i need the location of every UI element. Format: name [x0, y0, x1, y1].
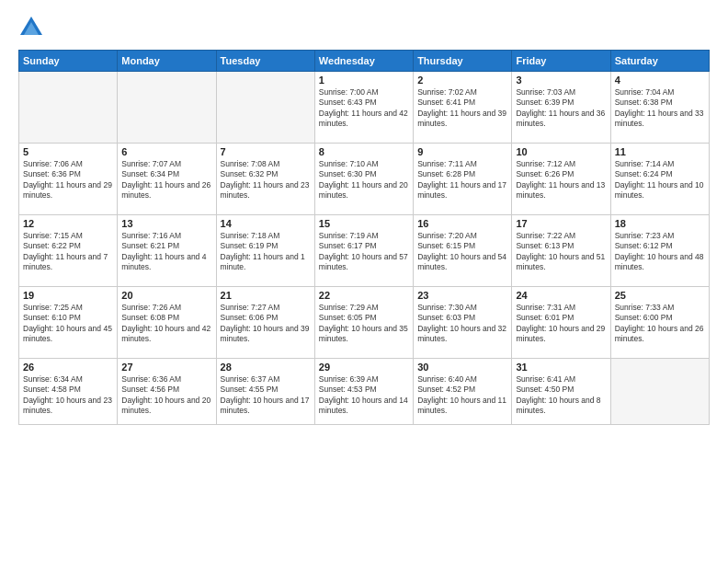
day-number: 31 [516, 362, 606, 373]
day-info: Sunrise: 7:15 AMSunset: 6:22 PMDaylight:… [23, 231, 113, 273]
calendar-header-wednesday: Wednesday [314, 51, 413, 72]
day-info: Sunrise: 6:40 AMSunset: 4:52 PMDaylight:… [417, 374, 507, 417]
day-info: Sunrise: 7:20 AMSunset: 6:15 PMDaylight:… [417, 231, 507, 273]
calendar-week-2: 12Sunrise: 7:15 AMSunset: 6:22 PMDayligh… [19, 215, 710, 287]
calendar-cell-20: 20Sunrise: 7:26 AMSunset: 6:08 PMDayligh… [118, 287, 216, 359]
day-info: Sunrise: 7:16 AMSunset: 6:21 PMDaylight:… [121, 231, 211, 273]
calendar-cell-28: 28Sunrise: 6:37 AMSunset: 4:55 PMDayligh… [216, 359, 314, 425]
calendar-cell-7: 7Sunrise: 7:08 AMSunset: 6:32 PMDaylight… [216, 144, 314, 215]
day-number: 2 [417, 75, 507, 86]
calendar-cell-1: 1Sunrise: 7:00 AMSunset: 6:43 PMDaylight… [314, 72, 413, 144]
day-info: Sunrise: 7:27 AMSunset: 6:06 PMDaylight:… [221, 303, 311, 345]
day-number: 25 [615, 290, 705, 301]
calendar-cell-21: 21Sunrise: 7:27 AMSunset: 6:06 PMDayligh… [216, 287, 314, 359]
day-number: 19 [23, 290, 113, 301]
day-number: 9 [417, 146, 507, 157]
header [18, 15, 710, 40]
calendar-week-4: 26Sunrise: 6:34 AMSunset: 4:58 PMDayligh… [19, 359, 710, 425]
day-number: 15 [319, 218, 409, 229]
calendar-cell-2: 2Sunrise: 7:02 AMSunset: 6:41 PMDaylight… [414, 72, 512, 144]
calendar-cell-29: 29Sunrise: 6:39 AMSunset: 4:53 PMDayligh… [314, 359, 413, 425]
calendar-cell-27: 27Sunrise: 6:36 AMSunset: 4:56 PMDayligh… [118, 359, 216, 425]
day-number: 13 [121, 218, 211, 229]
calendar-cell-17: 17Sunrise: 7:22 AMSunset: 6:13 PMDayligh… [512, 215, 610, 287]
day-number: 29 [319, 362, 409, 373]
calendar-cell-4: 4Sunrise: 7:04 AMSunset: 6:38 PMDaylight… [610, 72, 709, 144]
calendar-header-row: SundayMondayTuesdayWednesdayThursdayFrid… [19, 51, 710, 72]
calendar-cell-14: 14Sunrise: 7:18 AMSunset: 6:19 PMDayligh… [216, 215, 314, 287]
day-number: 1 [319, 75, 409, 86]
calendar-header-sunday: Sunday [19, 51, 118, 72]
day-number: 4 [615, 75, 705, 86]
day-number: 10 [516, 146, 606, 157]
day-info: Sunrise: 7:11 AMSunset: 6:28 PMDaylight:… [417, 159, 507, 201]
calendar-cell-18: 18Sunrise: 7:23 AMSunset: 6:12 PMDayligh… [610, 215, 709, 287]
day-number: 26 [23, 362, 113, 373]
calendar-cell-13: 13Sunrise: 7:16 AMSunset: 6:21 PMDayligh… [118, 215, 216, 287]
day-info: Sunrise: 7:22 AMSunset: 6:13 PMDaylight:… [516, 231, 606, 273]
calendar-header-saturday: Saturday [610, 51, 709, 72]
day-info: Sunrise: 7:07 AMSunset: 6:34 PMDaylight:… [121, 159, 211, 201]
day-number: 30 [417, 362, 507, 373]
day-number: 11 [615, 146, 705, 157]
calendar-cell-19: 19Sunrise: 7:25 AMSunset: 6:10 PMDayligh… [19, 287, 118, 359]
calendar-header-thursday: Thursday [414, 51, 512, 72]
day-info: Sunrise: 6:34 AMSunset: 4:58 PMDaylight:… [23, 374, 113, 417]
day-number: 8 [319, 146, 409, 157]
day-info: Sunrise: 7:06 AMSunset: 6:36 PMDaylight:… [23, 159, 113, 201]
calendar-cell-6: 6Sunrise: 7:07 AMSunset: 6:34 PMDaylight… [118, 144, 216, 215]
calendar-header-tuesday: Tuesday [216, 51, 314, 72]
day-info: Sunrise: 7:31 AMSunset: 6:01 PMDaylight:… [516, 303, 606, 345]
calendar-cell-empty [216, 72, 314, 144]
day-info: Sunrise: 6:37 AMSunset: 4:55 PMDaylight:… [221, 374, 311, 417]
day-info: Sunrise: 7:03 AMSunset: 6:39 PMDaylight:… [516, 87, 606, 130]
day-number: 6 [121, 146, 211, 157]
day-info: Sunrise: 7:18 AMSunset: 6:19 PMDaylight:… [221, 231, 311, 273]
day-info: Sunrise: 7:02 AMSunset: 6:41 PMDaylight:… [417, 87, 507, 130]
calendar: SundayMondayTuesdayWednesdayThursdayFrid… [18, 50, 710, 425]
day-info: Sunrise: 7:26 AMSunset: 6:08 PMDaylight:… [121, 303, 211, 345]
calendar-cell-15: 15Sunrise: 7:19 AMSunset: 6:17 PMDayligh… [314, 215, 413, 287]
day-info: Sunrise: 7:30 AMSunset: 6:03 PMDaylight:… [417, 303, 507, 345]
calendar-cell-25: 25Sunrise: 7:33 AMSunset: 6:00 PMDayligh… [610, 287, 709, 359]
day-number: 20 [121, 290, 211, 301]
day-number: 21 [221, 290, 311, 301]
calendar-week-3: 19Sunrise: 7:25 AMSunset: 6:10 PMDayligh… [19, 287, 710, 359]
day-info: Sunrise: 7:14 AMSunset: 6:24 PMDaylight:… [615, 159, 705, 201]
day-number: 12 [23, 218, 113, 229]
day-number: 7 [221, 146, 311, 157]
calendar-cell-22: 22Sunrise: 7:29 AMSunset: 6:05 PMDayligh… [314, 287, 413, 359]
calendar-cell-11: 11Sunrise: 7:14 AMSunset: 6:24 PMDayligh… [610, 144, 709, 215]
calendar-cell-empty [118, 72, 216, 144]
day-info: Sunrise: 7:12 AMSunset: 6:26 PMDaylight:… [516, 159, 606, 201]
day-number: 16 [417, 218, 507, 229]
calendar-header-friday: Friday [512, 51, 610, 72]
calendar-header-monday: Monday [118, 51, 216, 72]
day-info: Sunrise: 7:33 AMSunset: 6:00 PMDaylight:… [615, 303, 705, 345]
day-info: Sunrise: 7:25 AMSunset: 6:10 PMDaylight:… [23, 303, 113, 345]
calendar-cell-31: 31Sunrise: 6:41 AMSunset: 4:50 PMDayligh… [512, 359, 610, 425]
calendar-week-0: 1Sunrise: 7:00 AMSunset: 6:43 PMDaylight… [19, 72, 710, 144]
calendar-cell-9: 9Sunrise: 7:11 AMSunset: 6:28 PMDaylight… [414, 144, 512, 215]
day-number: 22 [319, 290, 409, 301]
day-info: Sunrise: 6:41 AMSunset: 4:50 PMDaylight:… [516, 374, 606, 417]
day-info: Sunrise: 7:00 AMSunset: 6:43 PMDaylight:… [319, 87, 409, 130]
calendar-cell-8: 8Sunrise: 7:10 AMSunset: 6:30 PMDaylight… [314, 144, 413, 215]
day-number: 5 [23, 146, 113, 157]
calendar-cell-24: 24Sunrise: 7:31 AMSunset: 6:01 PMDayligh… [512, 287, 610, 359]
day-info: Sunrise: 7:29 AMSunset: 6:05 PMDaylight:… [319, 303, 409, 345]
calendar-cell-empty [19, 72, 118, 144]
day-number: 27 [121, 362, 211, 373]
calendar-cell-30: 30Sunrise: 6:40 AMSunset: 4:52 PMDayligh… [414, 359, 512, 425]
calendar-week-1: 5Sunrise: 7:06 AMSunset: 6:36 PMDaylight… [19, 144, 710, 215]
day-info: Sunrise: 6:39 AMSunset: 4:53 PMDaylight:… [319, 374, 409, 417]
calendar-cell-10: 10Sunrise: 7:12 AMSunset: 6:26 PMDayligh… [512, 144, 610, 215]
day-info: Sunrise: 7:23 AMSunset: 6:12 PMDaylight:… [615, 231, 705, 273]
day-info: Sunrise: 7:04 AMSunset: 6:38 PMDaylight:… [615, 87, 705, 130]
day-number: 14 [221, 218, 311, 229]
day-number: 18 [615, 218, 705, 229]
day-info: Sunrise: 6:36 AMSunset: 4:56 PMDaylight:… [121, 374, 211, 417]
day-number: 28 [221, 362, 311, 373]
day-number: 23 [417, 290, 507, 301]
calendar-cell-3: 3Sunrise: 7:03 AMSunset: 6:39 PMDaylight… [512, 72, 610, 144]
